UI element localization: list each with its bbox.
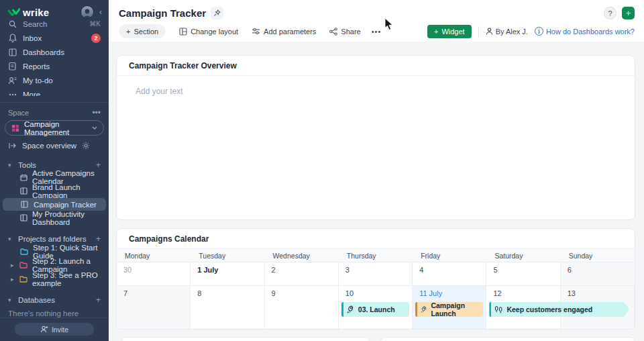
databases-empty-text: There's nothing here	[0, 305, 109, 318]
space-settings-gear-icon[interactable]	[82, 142, 90, 150]
sidebar-item-label: Reports	[23, 62, 101, 70]
add-section-button[interactable]: + Section	[119, 24, 166, 38]
share-button[interactable]: Share	[329, 28, 360, 36]
event-label: Campaign Launch	[431, 301, 483, 318]
dashboards-help-link[interactable]: i How do Dashboards work?	[535, 27, 635, 36]
sidebar-item-reports[interactable]: Reports	[0, 59, 109, 73]
event-campaign-launch[interactable]: Campaign Launch	[415, 302, 483, 317]
event-label: Keep customers engaged	[506, 305, 592, 313]
day-header: Tuesday	[191, 249, 264, 262]
day-header: Thursday	[339, 249, 413, 262]
space-selector[interactable]: Campaign Management	[5, 120, 104, 136]
space-overview-icon	[8, 142, 17, 149]
space-more-icon[interactable]: •••	[92, 108, 101, 117]
more-dots-icon	[8, 93, 17, 96]
day-header: Friday	[413, 249, 486, 262]
add-project-icon[interactable]: +	[96, 234, 101, 244]
add-parameters-label: Add parameters	[264, 28, 316, 36]
add-widget-label: Widget	[441, 28, 464, 36]
calendar-cell[interactable]: 9	[265, 286, 339, 329]
widget-campaigns-calendar: Campaigns Calendar Monday Tuesday Wednes…	[116, 228, 635, 330]
add-tool-icon[interactable]: +	[96, 160, 101, 170]
folder-icon	[19, 262, 28, 269]
calendar-cell[interactable]: 30	[117, 262, 191, 285]
calendar-cell[interactable]: 4	[413, 262, 486, 285]
sidebar-item-space-overview[interactable]: Space overview	[0, 139, 109, 152]
page-title: Campaign Tracker	[119, 7, 206, 19]
sliders-icon	[252, 28, 260, 35]
search-shortcut: ⌘K	[89, 20, 101, 28]
author-byline[interactable]: By Alex J.	[486, 28, 528, 36]
change-layout-label: Change layout	[191, 28, 238, 36]
invite-section: Invite	[0, 318, 109, 341]
toolbar-more-button[interactable]: •••	[372, 28, 382, 36]
sidebar-item-label: My to-do	[23, 77, 101, 85]
dashboard-toolbar: + Section Change layout Add parameters	[109, 19, 644, 38]
space-section-label: Space	[8, 109, 29, 117]
calendar-cell[interactable]: 6	[561, 262, 635, 285]
calendar-cell[interactable]: 7	[117, 286, 191, 329]
share-label: Share	[341, 28, 360, 36]
sidebar-item-my-productivity-dashboard[interactable]: My Productivity Dashboard	[0, 211, 109, 225]
event-03-launch[interactable]: 03. Launch	[341, 302, 409, 317]
dashboards-icon	[8, 48, 17, 56]
person-plus-icon	[40, 326, 48, 333]
dashboard-icon	[20, 201, 29, 208]
wrike-logo-text: wrike	[23, 7, 49, 18]
databases-section-header[interactable]: ▾ Databases +	[0, 294, 109, 305]
calendar-day-header-row: Monday Tuesday Wednesday Thursday Friday…	[117, 249, 635, 262]
sidebar-item-active-campaigns-calendar[interactable]: Active Campaigns Calendar	[0, 170, 109, 185]
widget-campaign-tracker-overview: Campaign Tracker Overview Add your text	[116, 55, 635, 220]
tools-section-label: Tools	[18, 161, 36, 169]
calendar-week-row: 7 8 9 10 11 July 12 13 03. Launch	[117, 286, 635, 329]
help-button[interactable]: ?	[604, 7, 616, 19]
chevron-right-icon[interactable]: ▸	[11, 276, 15, 283]
calendar-cell[interactable]: 3	[339, 262, 413, 285]
add-section-label: Section	[133, 28, 158, 36]
add-widget-button[interactable]: + Widget	[427, 25, 472, 38]
space-selector-value: Campaign Management	[24, 120, 87, 136]
person-icon	[486, 28, 493, 35]
avatar-person-icon	[81, 7, 93, 18]
dashboard-content: Campaign Tracker Overview Add your text …	[109, 42, 644, 341]
add-database-icon[interactable]: +	[96, 295, 101, 305]
sidebar-item-dashboards[interactable]: Dashboards	[0, 45, 109, 59]
reports-icon	[8, 62, 17, 70]
wrike-logo[interactable]: wrike	[8, 7, 80, 18]
calendar-week-row: 30 1 July 2 3 4 5 6	[117, 262, 635, 286]
sidebar-item-search[interactable]: Search ⌘K	[0, 19, 109, 31]
wrike-logo-icon	[8, 7, 20, 17]
text-widget-placeholder[interactable]: Add your text	[136, 87, 635, 96]
pin-icon[interactable]	[211, 7, 223, 19]
rocket-icon	[421, 305, 427, 313]
collapse-sidebar-icon[interactable]: ‹	[99, 7, 102, 17]
sidebar-item-step3[interactable]: ▸ Step 3: See a PRO example	[0, 273, 109, 287]
global-add-button[interactable]: +	[622, 7, 635, 19]
calendar-cell[interactable]: 5	[486, 262, 560, 285]
sidebar-item-step1[interactable]: Step 1: Quick Start Guide	[0, 245, 109, 259]
sidebar-item-step2[interactable]: ▸ Step 2: Launch a Campaign	[0, 258, 109, 273]
sidebar-item-label: Dashboards	[23, 48, 101, 56]
sidebar-item-more[interactable]: More	[0, 87, 109, 96]
sidebar-item-campaign-tracker[interactable]: Campaign Tracker	[3, 198, 106, 211]
day-header: Wednesday	[265, 249, 339, 262]
calendar-cell[interactable]: 1 July	[191, 262, 264, 285]
sidebar-item-my-todo[interactable]: My to-do	[0, 73, 109, 87]
invite-button[interactable]: Invite	[15, 323, 94, 336]
dashboard-icon	[20, 187, 28, 195]
calendar-icon	[20, 174, 28, 181]
footprints-icon	[494, 305, 503, 313]
change-layout-button[interactable]: Change layout	[179, 28, 238, 36]
calendar-cell[interactable]: 8	[191, 286, 264, 329]
event-keep-customers-engaged[interactable]: Keep customers engaged	[489, 302, 629, 317]
calendar-cell[interactable]: 2	[265, 262, 339, 285]
sidebar-nav: Search ⌘K Inbox 2 Dashboards Reports	[0, 19, 109, 96]
sidebar-item-inbox[interactable]: Inbox 2	[0, 31, 109, 45]
add-parameters-button[interactable]: Add parameters	[252, 28, 316, 36]
inbox-unread-badge: 2	[91, 34, 101, 43]
info-icon: i	[535, 27, 543, 36]
chevron-right-icon[interactable]: ▸	[11, 262, 15, 269]
chevron-down-icon: ▾	[8, 236, 13, 242]
user-avatar[interactable]	[80, 5, 94, 19]
sidebar-item-brand-launch-campaign[interactable]: Brand Launch Campaign	[0, 185, 109, 199]
